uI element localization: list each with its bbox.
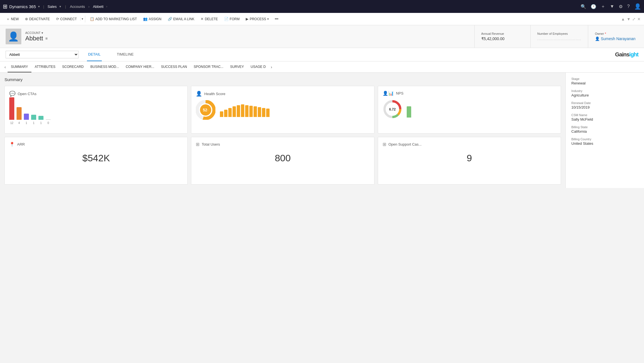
subtab-company-hier[interactable]: COMPANY HIER...: [122, 61, 158, 72]
account-avatar: 👤: [6, 29, 21, 44]
scroll-down-button[interactable]: ▼: [627, 17, 631, 21]
filter-button[interactable]: ▼: [610, 4, 614, 9]
users-value: 800: [196, 153, 369, 164]
subtab-summary[interactable]: SUMMARY: [8, 61, 31, 72]
new-button[interactable]: ＋ NEW: [3, 15, 22, 23]
nav-module[interactable]: Sales: [47, 4, 57, 9]
gauge-container: 52 ↓: [196, 100, 215, 120]
health-icon: 👤: [196, 91, 202, 97]
app-name: Dynamics 365: [9, 4, 36, 9]
account-name: Abbett ≡: [25, 35, 48, 42]
nps-svg: 6.72: [383, 99, 402, 119]
nps-content: 6.72: [383, 99, 556, 119]
ctas-bar-labels: 12 4 1 1 1 0: [9, 121, 183, 125]
breadcrumb-arrow: ›: [88, 4, 89, 9]
account-label-chevron[interactable]: ▾: [42, 31, 43, 35]
add-button[interactable]: ＋: [601, 4, 605, 10]
tab-detail[interactable]: DETAIL: [87, 48, 102, 61]
grid-icon[interactable]: ⊞: [3, 3, 8, 10]
assign-icon: 👥: [143, 17, 148, 21]
breadcrumb-abbett[interactable]: Abbett: [93, 4, 104, 9]
owner-field: Owner * 👤 Sumesh Narayanan: [588, 25, 644, 48]
owner-required-star: *: [605, 32, 606, 35]
tab-timeline[interactable]: TIMELINE: [116, 48, 135, 61]
support-icon: ⊞: [383, 142, 386, 147]
detail-area: Abbett DETAIL TIMELINE Gainsight ‹ SUMMA…: [0, 48, 644, 73]
account-label: ACCOUNT ▾: [25, 31, 48, 35]
bar-6: [46, 119, 51, 120]
card-health-title: 👤 Health Score: [196, 91, 369, 97]
app-chevron[interactable]: ▾: [38, 5, 40, 8]
support-value: 9: [383, 153, 556, 164]
help-button[interactable]: ?: [627, 4, 630, 9]
card-open-ctas: 💬 Open CTAs 12 4 1 1 1 0: [4, 86, 188, 134]
minimize-button[interactable]: ⤢: [632, 17, 636, 21]
field-billing-country: Billing Country United States: [571, 137, 638, 146]
health-bars: [220, 103, 270, 117]
user-button[interactable]: 👤: [634, 3, 641, 10]
breadcrumb-chevron[interactable]: ›: [106, 5, 107, 8]
form-icon: 📄: [224, 17, 229, 21]
subtab-prev-button[interactable]: ‹: [3, 65, 8, 69]
scroll-up-button[interactable]: ▲: [621, 17, 625, 21]
card-total-users: ⊞ Total Users 800: [191, 137, 374, 185]
account-menu-icon[interactable]: ≡: [45, 36, 48, 41]
search-button[interactable]: 🔍: [581, 4, 586, 9]
bar-4: [31, 115, 36, 120]
more-button[interactable]: •••: [272, 15, 281, 23]
field-csm-name: CSM Name Sally McField: [571, 113, 638, 121]
svg-text:6.72: 6.72: [389, 107, 396, 111]
nps-bar: [407, 106, 411, 118]
close-button[interactable]: ✕: [637, 17, 641, 21]
subtab-next-button[interactable]: ›: [269, 65, 274, 69]
toolbar-separator-1: [85, 16, 85, 22]
subtab-sponsor-trac[interactable]: SPONSOR TRAC...: [190, 61, 227, 72]
deactivate-button[interactable]: ⊗ DEACTIVATE: [22, 15, 53, 23]
account-select[interactable]: Abbett: [6, 51, 79, 58]
main-content: Summary 💬 Open CTAs 12: [0, 73, 644, 188]
users-icon: ⊞: [196, 142, 199, 147]
add-marketing-button[interactable]: 📋 ADD TO MARKETING LIST: [87, 15, 140, 23]
cards-grid-bottom: 📍 ARR $542K ⊞ Total Users 800 ⊞ Open Sup…: [4, 137, 561, 185]
subtab-scorecard[interactable]: SCORECARD: [59, 61, 87, 72]
card-nps: 👤📊 NPS 6.72: [378, 86, 561, 134]
card-arr: 📍 ARR $542K: [4, 137, 188, 185]
delete-button[interactable]: ✕ DELETE: [198, 15, 221, 23]
nps-icon: 👤📊: [383, 91, 394, 96]
gainsight-logo: Gainsight: [615, 51, 638, 58]
card-users-title: ⊞ Total Users: [196, 142, 369, 147]
connect-button[interactable]: ⟳ CONNECT: [53, 15, 80, 23]
delete-icon: ✕: [201, 17, 204, 21]
subtab-attributes[interactable]: ATTRIBUTES: [31, 61, 59, 72]
breadcrumb-accounts[interactable]: Accounts: [70, 4, 85, 9]
process-icon: ▶: [246, 17, 249, 21]
top-navigation: ⊞ Dynamics 365 ▾ | Sales ▾ | Accounts › …: [0, 0, 644, 13]
subtab-success-plan[interactable]: SUCCESS PLAN: [158, 61, 190, 72]
module-chevron[interactable]: ▾: [59, 5, 61, 8]
card-support-title: ⊞ Open Support Cas...: [383, 142, 556, 147]
ctas-bar-chart: [9, 100, 183, 120]
bar-3: [24, 114, 29, 120]
connect-dropdown[interactable]: ▾: [80, 17, 83, 21]
assign-button[interactable]: 👥 ASSIGN: [140, 15, 164, 23]
right-panel: Stage Renewal Industry Agriculture Renew…: [565, 73, 644, 188]
field-renewal-date: Renewal Date 10/15/2019: [571, 101, 638, 109]
email-link-button[interactable]: 🔗 EMAIL A LINK: [165, 15, 197, 23]
process-button[interactable]: ▶ PROCESS ▾: [243, 15, 272, 23]
nps-gauge: 6.72: [383, 99, 402, 119]
connect-icon: ⟳: [56, 17, 59, 21]
owner-link[interactable]: 👤 Sumesh Narayanan: [595, 36, 637, 41]
owner-icon: 👤: [595, 36, 601, 41]
subtab-usage-d[interactable]: USAGE D: [247, 61, 269, 72]
process-chevron[interactable]: ▾: [267, 17, 269, 20]
toolbar: ＋ NEW ⊗ DEACTIVATE ⟳ CONNECT ▾ 📋 ADD TO …: [0, 13, 644, 25]
card-ctas-title: 💬 Open CTAs: [9, 91, 183, 97]
bar-2: [17, 107, 22, 120]
subtab-survey[interactable]: SURVEY: [227, 61, 247, 72]
ctas-icon: 💬: [9, 91, 15, 97]
form-button[interactable]: 📄 FORM: [221, 15, 242, 23]
settings-button[interactable]: ⚙: [619, 4, 623, 9]
summary-title: Summary: [4, 77, 561, 82]
subtab-business-mod[interactable]: BUSINESS MOD...: [87, 61, 122, 72]
history-button[interactable]: 🕐: [591, 4, 596, 9]
